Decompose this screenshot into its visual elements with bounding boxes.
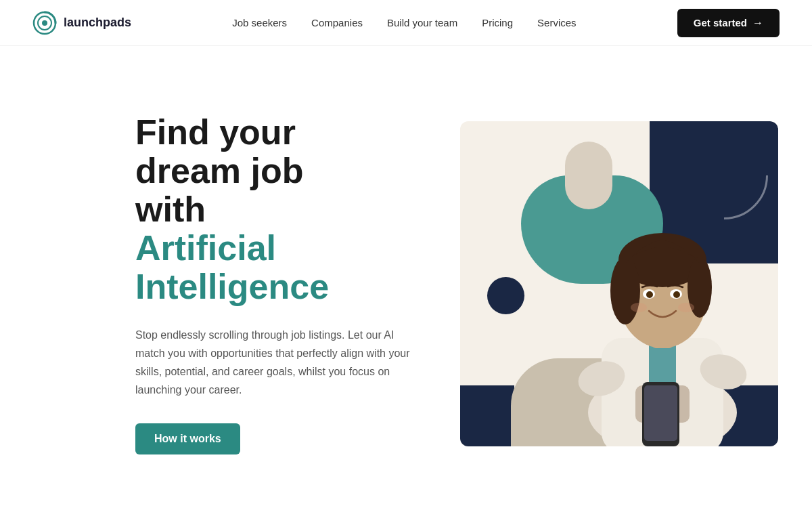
logo-text: launchpads xyxy=(64,16,131,30)
hero-content: Find your dream job with Artificial Inte… xyxy=(135,113,420,455)
how-it-works-button[interactable]: How it works xyxy=(135,423,240,454)
svg-point-20 xyxy=(631,303,647,312)
arrow-icon: → xyxy=(752,17,763,29)
nav-services[interactable]: Services xyxy=(537,17,577,28)
svg-point-19 xyxy=(673,291,680,298)
heading-highlight2: Intelligence xyxy=(135,267,329,306)
heading-line1: Find your xyxy=(135,112,296,152)
hero-heading: Find your dream job with Artificial Inte… xyxy=(135,113,420,307)
hero-illustration xyxy=(460,121,778,446)
nav-job-seekers[interactable]: Job seekers xyxy=(232,17,287,28)
nav-pricing[interactable]: Pricing xyxy=(482,17,513,28)
get-started-button[interactable]: Get started → xyxy=(677,9,780,37)
navbar: launchpads Job seekers Companies Build y… xyxy=(0,0,812,46)
svg-point-18 xyxy=(646,291,653,298)
svg-point-14 xyxy=(610,257,640,324)
logo-icon xyxy=(32,11,57,35)
heading-line3: with xyxy=(135,190,206,229)
illustration-container xyxy=(460,121,778,446)
heading-highlight1: Artificial xyxy=(135,228,276,268)
nav-links: Job seekers Companies Build your team Pr… xyxy=(232,17,576,28)
logo[interactable]: launchpads xyxy=(32,11,131,35)
svg-point-2 xyxy=(42,20,47,26)
person-photo xyxy=(554,162,771,446)
svg-point-21 xyxy=(678,303,694,312)
nav-build-team[interactable]: Build your team xyxy=(387,17,457,28)
shape-dark-circle xyxy=(487,277,524,314)
heading-line2: dream job xyxy=(135,151,304,190)
shape-dark-bottom-left xyxy=(460,385,514,446)
nav-companies[interactable]: Companies xyxy=(311,17,363,28)
hero-description: Stop endlessly scrolling through job lis… xyxy=(135,326,420,400)
svg-rect-10 xyxy=(644,385,677,441)
hero-section: Find your dream job with Artificial Inte… xyxy=(0,46,812,508)
get-started-label: Get started xyxy=(694,17,747,28)
person-svg xyxy=(554,162,771,446)
